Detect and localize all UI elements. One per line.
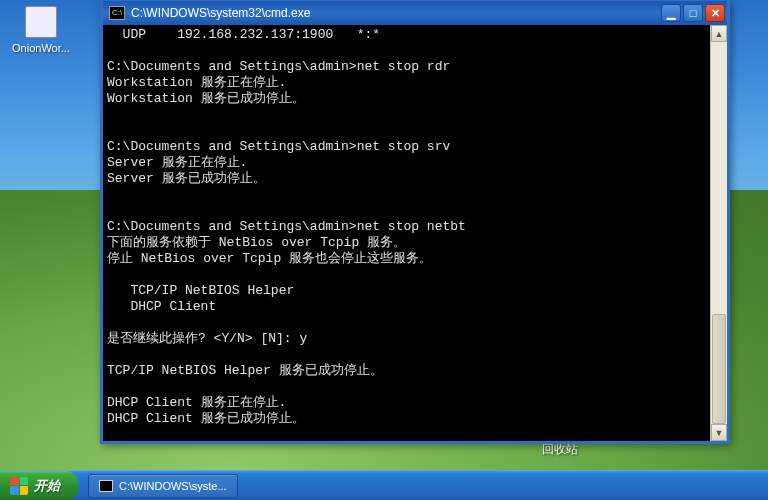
cmd-window: C:\ C:\WINDOWS\system32\cmd.exe ▁ □ ✕ UD… bbox=[100, 0, 730, 444]
vertical-scrollbar[interactable]: ▲ ▼ bbox=[710, 25, 727, 441]
desktop-icon-onionwor[interactable]: OnionWor... bbox=[6, 6, 76, 54]
window-title: C:\WINDOWS\system32\cmd.exe bbox=[131, 6, 310, 20]
minimize-icon: ▁ bbox=[667, 7, 675, 20]
start-button[interactable]: 开始 bbox=[0, 471, 78, 501]
cmd-taskbar-icon bbox=[99, 480, 113, 492]
scroll-track[interactable] bbox=[711, 42, 727, 424]
taskbar: 开始 C:\WINDOWS\syste... bbox=[0, 470, 768, 500]
maximize-button[interactable]: □ bbox=[683, 4, 703, 22]
maximize-icon: □ bbox=[690, 7, 697, 19]
taskbar-item-cmd[interactable]: C:\WINDOWS\syste... bbox=[88, 474, 238, 498]
desktop-icon-label: OnionWor... bbox=[6, 42, 76, 54]
console-output[interactable]: UDP 192.168.232.137:1900 *:* C:\Document… bbox=[103, 25, 710, 441]
chevron-up-icon: ▲ bbox=[715, 29, 724, 39]
scroll-down-button[interactable]: ▼ bbox=[711, 424, 727, 441]
start-label: 开始 bbox=[34, 477, 60, 495]
taskbar-item-label: C:\WINDOWS\syste... bbox=[119, 480, 227, 492]
close-icon: ✕ bbox=[711, 7, 720, 20]
scroll-up-button[interactable]: ▲ bbox=[711, 25, 727, 42]
app-icon bbox=[25, 6, 57, 38]
titlebar[interactable]: C:\ C:\WINDOWS\system32\cmd.exe ▁ □ ✕ bbox=[103, 1, 727, 25]
minimize-button[interactable]: ▁ bbox=[661, 4, 681, 22]
close-button[interactable]: ✕ bbox=[705, 4, 725, 22]
scroll-thumb[interactable] bbox=[712, 314, 726, 424]
cmd-app-icon: C:\ bbox=[109, 6, 125, 20]
chevron-down-icon: ▼ bbox=[715, 428, 724, 438]
windows-logo-icon bbox=[10, 477, 28, 495]
